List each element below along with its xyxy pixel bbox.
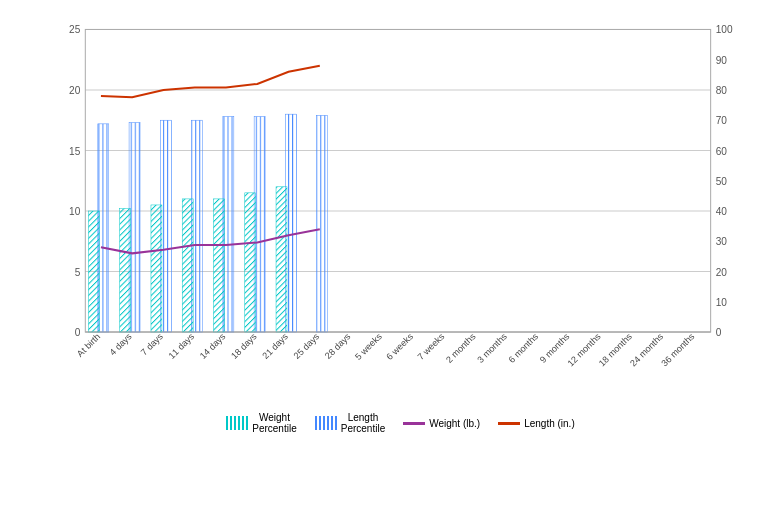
svg-text:3 months: 3 months (475, 331, 509, 365)
svg-text:40: 40 (716, 206, 728, 217)
svg-text:50: 50 (716, 176, 728, 187)
svg-text:20: 20 (69, 85, 81, 96)
svg-text:11 days: 11 days (167, 331, 197, 361)
svg-rect-36 (151, 205, 162, 332)
svg-text:5: 5 (75, 267, 81, 278)
svg-rect-34 (88, 211, 99, 332)
length-percentile-label: LengthPercentile (341, 412, 385, 434)
length-line-swatch (498, 422, 520, 425)
svg-text:25 days: 25 days (292, 331, 322, 361)
svg-text:6 months: 6 months (507, 331, 541, 365)
svg-text:7 days: 7 days (139, 331, 165, 357)
legend-length-line: Length (in.) (498, 418, 575, 429)
chart-area: 05101520250102030405060708090100At birth… (50, 16, 751, 406)
svg-text:6 weeks: 6 weeks (384, 331, 415, 362)
svg-text:10: 10 (716, 297, 728, 308)
svg-text:60: 60 (716, 146, 728, 157)
svg-text:80: 80 (716, 85, 728, 96)
legend-length-percentile: LengthPercentile (315, 412, 385, 434)
svg-text:36 months: 36 months (659, 331, 696, 368)
legend-weight-percentile: WeightPercentile (226, 412, 296, 434)
svg-text:15: 15 (69, 146, 81, 157)
svg-text:28 days: 28 days (323, 331, 353, 361)
svg-text:0: 0 (716, 327, 722, 338)
svg-text:14 days: 14 days (198, 331, 228, 361)
svg-rect-33 (317, 115, 328, 332)
length-line-label: Length (in.) (524, 418, 575, 429)
svg-text:21 days: 21 days (260, 331, 290, 361)
svg-rect-23 (85, 29, 710, 332)
weight-line-label: Weight (lb.) (429, 418, 480, 429)
svg-rect-35 (120, 209, 131, 332)
svg-text:4 days: 4 days (108, 331, 134, 357)
svg-text:25: 25 (69, 24, 81, 35)
svg-rect-40 (276, 187, 287, 332)
svg-rect-39 (245, 193, 256, 332)
legend-weight-line: Weight (lb.) (403, 418, 480, 429)
svg-text:2 months: 2 months (444, 331, 478, 365)
chart-container: 05101520250102030405060708090100At birth… (0, 0, 761, 526)
weight-line-swatch (403, 422, 425, 425)
svg-text:0: 0 (75, 327, 81, 338)
chart-svg: 05101520250102030405060708090100At birth… (50, 16, 751, 406)
svg-rect-37 (182, 199, 193, 332)
weight-percentile-label: WeightPercentile (252, 412, 296, 434)
weight-percentile-swatch (226, 416, 248, 430)
svg-text:7 weeks: 7 weeks (416, 331, 447, 362)
svg-text:18 days: 18 days (229, 331, 259, 361)
svg-text:90: 90 (716, 55, 728, 66)
svg-text:70: 70 (716, 115, 728, 126)
chart-legend: WeightPercentile LengthPercentile Weight… (50, 412, 751, 434)
svg-text:30: 30 (716, 236, 728, 247)
svg-text:5 weeks: 5 weeks (353, 331, 384, 362)
length-percentile-swatch (315, 416, 337, 430)
svg-text:20: 20 (716, 267, 728, 278)
svg-text:10: 10 (69, 206, 81, 217)
svg-text:100: 100 (716, 24, 733, 35)
svg-rect-38 (213, 199, 224, 332)
